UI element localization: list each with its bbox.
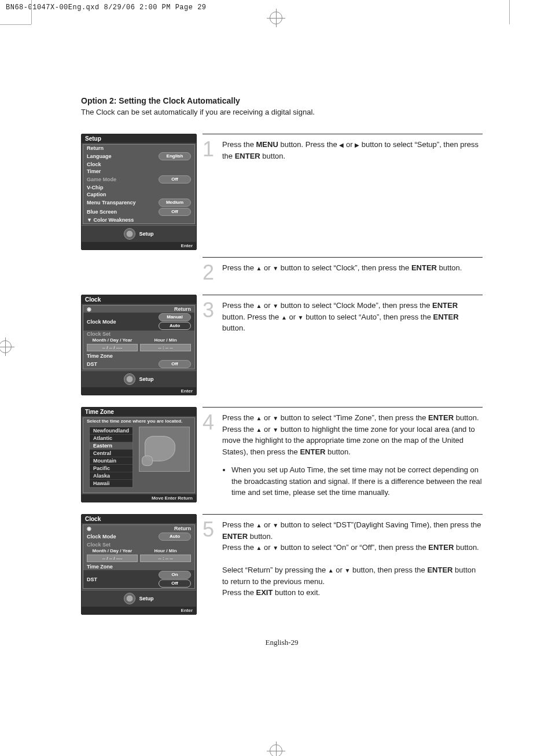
page-number: English-29: [81, 638, 483, 647]
menu-item-return[interactable]: ◉ Return: [83, 525, 194, 532]
down-arrow-icon: ▼: [273, 303, 278, 309]
step-text: Press the ▲ or ▼ button to select “DST”(…: [222, 519, 483, 599]
up-arrow-icon: ▲: [281, 314, 287, 321]
time-zone-map: [139, 427, 190, 472]
menu-item[interactable]: Clock: [83, 161, 194, 168]
step-number: 3: [203, 300, 219, 321]
time-zone-list[interactable]: Newfoundland Atlantic Eastern Central Mo…: [89, 427, 133, 488]
step-text: Press the ▲ or ▼ button to select “Clock…: [222, 300, 483, 334]
menu-item: Game ModeOff: [83, 175, 194, 184]
step-text: Press the ▲ or ▼ button to select “Clock…: [222, 262, 462, 274]
list-item[interactable]: Eastern: [90, 442, 133, 450]
menu-item-dst[interactable]: DST On Off: [83, 570, 194, 588]
up-arrow-icon: ▲: [256, 522, 262, 529]
osd-bottombar: Move Enter Return: [82, 494, 196, 502]
osd-title: Clock: [82, 295, 196, 304]
gear-icon: [124, 593, 135, 604]
list-item[interactable]: Alaska: [90, 472, 133, 480]
menu-item-clock-set: Clock Set: [83, 541, 194, 548]
down-arrow-icon: ▼: [273, 415, 278, 421]
osd-setup: Setup Return LanguageEnglish Clock Timer…: [81, 134, 197, 250]
osd-bottombar: Enter: [82, 607, 196, 614]
step-number: 4: [203, 412, 219, 433]
step-number: 1: [203, 139, 219, 160]
list-item[interactable]: Atlantic: [90, 435, 133, 442]
up-arrow-icon: ▲: [256, 415, 262, 421]
up-arrow-icon: ▲: [256, 265, 262, 271]
menu-item[interactable]: V-Chip: [83, 184, 194, 191]
gear-icon: [124, 373, 135, 385]
menu-item[interactable]: Blue ScreenOff: [83, 207, 194, 216]
step-text: Press the ▲ or ▼ button to select “Time …: [222, 412, 483, 498]
list-item[interactable]: Central: [90, 450, 133, 457]
menu-item[interactable]: Timer: [83, 168, 194, 175]
step-number: 2: [203, 262, 219, 283]
down-arrow-icon: ▼: [273, 427, 278, 433]
list-item[interactable]: Mountain: [90, 457, 133, 465]
gear-icon: [124, 228, 135, 240]
menu-item[interactable]: Menu TransparencyMedium: [83, 198, 194, 207]
menu-item[interactable]: LanguageEnglish: [83, 152, 194, 161]
osd-title: Setup: [82, 134, 196, 143]
right-arrow-icon: ▶: [355, 142, 359, 148]
down-arrow-icon: ▼: [273, 545, 278, 551]
menu-item-clock-mode[interactable]: Clock Mode Manual Auto: [83, 313, 194, 331]
osd-bottombar: Enter: [82, 387, 196, 395]
list-item[interactable]: Pacific: [90, 465, 133, 472]
intro-text: The Clock can be set automatically if yo…: [81, 108, 483, 116]
down-arrow-icon: ▼: [345, 567, 351, 574]
menu-item-time-zone[interactable]: Time Zone: [83, 563, 194, 570]
menu-item[interactable]: Caption: [83, 191, 194, 198]
section-heading: Option 2: Setting the Clock Automaticall…: [81, 96, 483, 105]
osd-title: Clock: [82, 515, 196, 523]
up-arrow-icon: ▲: [256, 303, 262, 309]
note-text: When you set up Auto Time, the set time …: [231, 464, 483, 498]
up-arrow-icon: ▲: [256, 427, 262, 433]
menu-item-return[interactable]: ◉ Return: [83, 306, 194, 313]
up-arrow-icon: ▲: [256, 545, 262, 551]
down-arrow-icon: ▼: [273, 522, 278, 529]
step-text: Press the MENU button. Press the ◀ or ▶ …: [222, 139, 483, 162]
menu-item-return[interactable]: Return: [83, 145, 194, 152]
step-number: 5: [203, 519, 219, 540]
menu-item-clock-mode[interactable]: Clock ModeAuto: [83, 532, 194, 541]
osd-title: Time Zone: [82, 408, 196, 416]
list-item[interactable]: Hawaii: [90, 480, 133, 487]
osd-prompt: Select the time zone where you are locat…: [83, 418, 194, 424]
down-arrow-icon: ▼: [273, 265, 278, 271]
list-item[interactable]: Newfoundland: [90, 427, 133, 435]
down-arrow-icon: ▼: [298, 314, 304, 321]
osd-clock-dst: Clock ◉ Return Clock ModeAuto Clock Set …: [81, 514, 197, 615]
menu-item-clock-set: Clock Set: [83, 331, 194, 337]
osd-clock: Clock ◉ Return Clock Mode Manual Auto Cl…: [81, 295, 197, 395]
osd-time-zone: Time Zone Select the time zone where you…: [81, 407, 197, 502]
up-arrow-icon: ▲: [328, 567, 334, 574]
menu-item[interactable]: ▼ Color Weakness: [83, 216, 194, 223]
osd-bottombar: Enter: [82, 242, 196, 249]
menu-item-time-zone[interactable]: Time Zone: [83, 353, 194, 359]
menu-item-dst[interactable]: DSTOff: [83, 359, 194, 369]
